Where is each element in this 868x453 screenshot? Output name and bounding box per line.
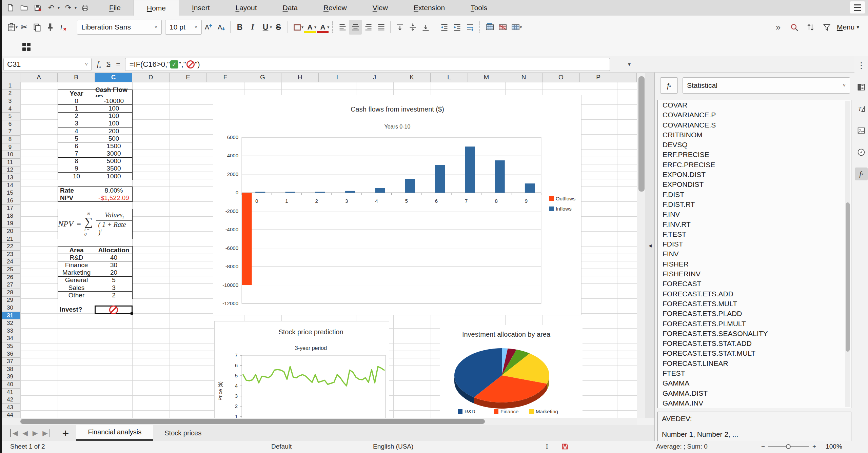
table-cell[interactable]: 9: [58, 165, 95, 173]
row-header-16[interactable]: 16: [0, 197, 20, 205]
function-list-item[interactable]: FORECAST.ETS.STAT.MULT: [658, 348, 851, 358]
row-header-9[interactable]: 9: [0, 143, 20, 151]
menu-button[interactable]: Menu▾: [837, 23, 859, 31]
bold-button[interactable]: B: [233, 20, 246, 35]
row-header-33[interactable]: 33: [0, 327, 20, 335]
previous-sheet-icon[interactable]: ◀: [21, 429, 29, 437]
row-header-18[interactable]: 18: [0, 212, 20, 220]
function-list[interactable]: COVARCOVARIANCE.PCOVARIANCE.SCRITBINOMDE…: [657, 100, 851, 408]
row-header-2[interactable]: 2: [0, 90, 20, 98]
function-list-item[interactable]: FORECAST.ETS.PI.ADD: [658, 309, 851, 318]
clone-formatting-button[interactable]: [43, 20, 56, 35]
zoom-in-button[interactable]: +: [812, 443, 816, 450]
row-header-6[interactable]: 6: [0, 120, 20, 128]
function-list-item[interactable]: FORECAST.ETS.SEASONALITY: [658, 329, 851, 338]
table-cell[interactable]: 3: [58, 120, 95, 127]
table-cell[interactable]: 1: [58, 105, 95, 112]
column-header-E[interactable]: E: [170, 73, 207, 82]
table-cell[interactable]: 5: [58, 135, 95, 142]
row-header-27[interactable]: 27: [0, 281, 20, 289]
line-chart-object[interactable]: Stock price prediction3-year period01234…: [214, 321, 389, 427]
wrap-text-button[interactable]: [463, 20, 476, 35]
document-modified-icon[interactable]: [561, 443, 569, 452]
row-header-15[interactable]: 15: [0, 189, 20, 197]
table-cell[interactable]: 40: [95, 254, 133, 261]
table-cell[interactable]: Sales: [58, 284, 95, 292]
strikethrough-button[interactable]: S: [272, 20, 285, 35]
function-list-item[interactable]: GAMMA: [658, 378, 851, 388]
row-header-25[interactable]: 25: [0, 266, 20, 274]
function-list-item[interactable]: FINV: [658, 249, 851, 259]
function-list-item[interactable]: FORECAST.ETS.ADD: [658, 289, 851, 299]
row-header-30[interactable]: 30: [0, 304, 20, 312]
function-list-item[interactable]: FDIST: [658, 239, 851, 249]
function-list-item[interactable]: GAMMA.DIST: [658, 388, 851, 398]
table-cell[interactable]: Allocation: [95, 247, 133, 254]
row-header-11[interactable]: 11: [0, 159, 20, 166]
row-header-12[interactable]: 12: [0, 166, 20, 174]
unmerge-cells-button[interactable]: [509, 20, 522, 35]
menubar-toggle-icon[interactable]: [850, 1, 865, 14]
function-list-item[interactable]: FTEST: [658, 368, 851, 378]
selection-summary-status[interactable]: Average: ; Sum: 0: [656, 443, 708, 450]
function-list-item[interactable]: EXPONDIST: [658, 179, 851, 189]
grid-options-icon[interactable]: [22, 43, 31, 52]
row-header-34[interactable]: 34: [0, 335, 20, 343]
center-vertically-button[interactable]: [406, 20, 419, 35]
redo-dropdown-icon[interactable]: ▾: [75, 5, 77, 10]
column-header-A[interactable]: A: [20, 73, 58, 82]
table-cell[interactable]: Year: [58, 90, 95, 97]
function-list-item[interactable]: DEVSQ: [658, 140, 851, 150]
font-name-select[interactable]: Liberation Sans ˅: [77, 20, 162, 35]
function-list-item[interactable]: COVAR: [658, 100, 851, 110]
row-header-38[interactable]: 38: [0, 366, 20, 373]
row-header-36[interactable]: 36: [0, 350, 20, 358]
zoom-slider-knob[interactable]: [786, 444, 791, 449]
column-header-D[interactable]: D: [132, 73, 170, 82]
table-cell[interactable]: 200: [95, 127, 133, 135]
vertical-scrollbar-thumb[interactable]: [638, 76, 645, 192]
function-list-item[interactable]: ERFC.PRECISE: [658, 160, 851, 170]
font-size-select[interactable]: 10 pt ˅: [165, 20, 202, 35]
sidebar-settings-icon[interactable]: ⋮: [855, 59, 868, 72]
row-header-13[interactable]: 13: [0, 174, 20, 182]
function-category-select[interactable]: Statistical ˅: [683, 77, 850, 94]
bar-chart-object[interactable]: Cash flows from investment ($)Years 0-10…: [213, 95, 581, 315]
table-cell[interactable]: Cash Flow ($): [95, 90, 133, 97]
language-status[interactable]: English (USA): [373, 443, 413, 450]
function-list-item[interactable]: FORECAST: [658, 279, 851, 289]
table-cell[interactable]: R&D: [58, 254, 95, 261]
zoom-out-button[interactable]: −: [761, 443, 765, 450]
function-list-item[interactable]: FISHER: [658, 259, 851, 269]
table-cell[interactable]: 100: [95, 105, 133, 112]
decrease-indent-button[interactable]: [451, 20, 463, 35]
row-header-43[interactable]: 43: [0, 404, 20, 412]
sidebar-splitter[interactable]: ◂: [646, 73, 654, 418]
column-header-overflow[interactable]: [617, 73, 637, 82]
function-list-item[interactable]: F.INV: [658, 209, 851, 219]
column-header-G[interactable]: G: [244, 73, 281, 82]
borders-button[interactable]: [291, 20, 303, 35]
row-header-5[interactable]: 5: [0, 113, 20, 120]
table-cell[interactable]: 4: [58, 127, 95, 135]
row-header-35[interactable]: 35: [0, 342, 20, 350]
column-header-M[interactable]: M: [468, 73, 505, 82]
column-header-B[interactable]: B: [58, 73, 95, 82]
sheet-count-status[interactable]: Sheet 1 of 2: [10, 443, 45, 450]
function-list-item[interactable]: COVARIANCE.S: [658, 120, 851, 130]
row-header-17[interactable]: 17: [0, 205, 20, 213]
table-cell[interactable]: Rate: [58, 187, 95, 194]
table-cell[interactable]: 5000: [95, 158, 133, 165]
properties-deck-icon[interactable]: [855, 81, 868, 94]
row-header-28[interactable]: 28: [0, 289, 20, 297]
row-header-26[interactable]: 26: [0, 274, 20, 281]
align-top-button[interactable]: [393, 20, 406, 35]
formula-input[interactable]: =IF(C16>0,"✓",""): [125, 58, 610, 71]
vertical-scrollbar[interactable]: [637, 73, 646, 418]
table-cell[interactable]: 30: [95, 261, 133, 269]
row-header-39[interactable]: 39: [0, 373, 20, 381]
table-cell[interactable]: 7: [58, 150, 95, 158]
increase-font-button[interactable]: A: [202, 20, 215, 35]
function-list-item[interactable]: F.DIST.RT: [658, 199, 851, 209]
table-cell[interactable]: 100: [95, 113, 133, 120]
